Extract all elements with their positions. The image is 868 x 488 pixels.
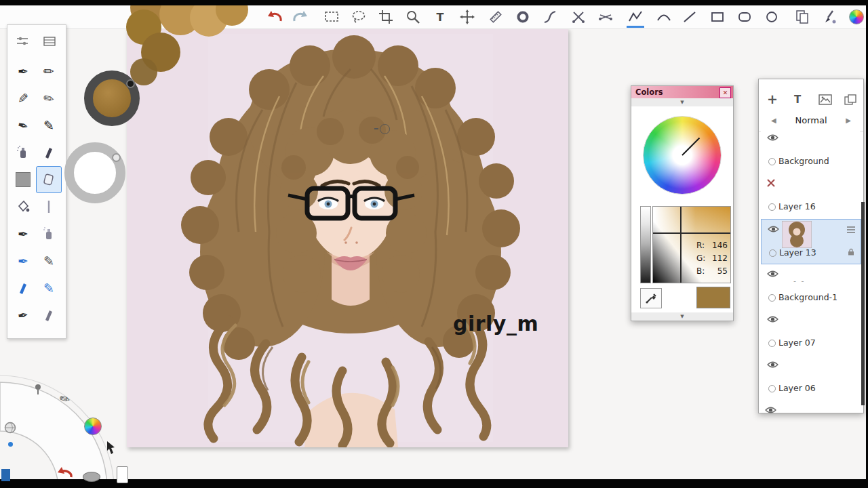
eye-icon[interactable] xyxy=(767,131,778,144)
brush-blue-soft[interactable]: ✎ xyxy=(36,274,62,302)
brush-bucket[interactable] xyxy=(10,193,36,220)
eyedropper-icon xyxy=(645,292,657,304)
pen-icon: ✒ xyxy=(16,117,30,134)
line-tool-icon[interactable] xyxy=(679,7,700,26)
eyedropper-button[interactable] xyxy=(640,288,662,308)
eye-icon[interactable] xyxy=(767,359,778,371)
zoom-icon[interactable] xyxy=(403,7,423,26)
rectangle-tool-icon[interactable] xyxy=(707,7,728,26)
layer-row[interactable]: - - Background-1 xyxy=(761,264,860,308)
sliders-icon[interactable] xyxy=(16,36,29,49)
colors-panel-titlebar[interactable]: Colors ✕ xyxy=(631,86,733,98)
color-ball-icon[interactable] xyxy=(846,7,867,26)
hue-wheel[interactable] xyxy=(643,116,722,195)
brush-icon: ✎ xyxy=(43,253,54,268)
undo-icon[interactable] xyxy=(264,7,285,26)
page-icon[interactable] xyxy=(117,466,128,483)
close-icon[interactable]: ✕ xyxy=(719,87,731,98)
bottom-undo-icon[interactable] xyxy=(56,466,73,483)
brush-chisel[interactable] xyxy=(36,139,62,166)
layer-row[interactable]: Layer 07 xyxy=(761,310,860,354)
artwork-portrait xyxy=(127,28,568,447)
brush-blue-pen[interactable]: ✒ xyxy=(10,247,36,274)
lasso-select-icon[interactable] xyxy=(349,7,369,26)
layer-row[interactable]: Layer 06 xyxy=(761,355,860,399)
list-view-icon[interactable] xyxy=(43,36,56,49)
copy-pages-icon[interactable] xyxy=(792,7,812,26)
polyline-tool-icon[interactable] xyxy=(625,7,646,26)
eye-icon[interactable] xyxy=(767,313,778,326)
brush-liner[interactable] xyxy=(36,193,62,220)
eye-icon[interactable] xyxy=(768,223,779,236)
french-curve-icon[interactable] xyxy=(540,7,560,26)
layer-row[interactable]: Layer 16 xyxy=(761,174,860,218)
brush-cursor-tick xyxy=(374,128,378,129)
layer-name: Layer 07 xyxy=(778,338,816,348)
layer-name: Layer 16 xyxy=(778,201,816,211)
brush-pen-4[interactable]: ✒ xyxy=(10,302,36,329)
brush-ink-pen[interactable]: ✒ xyxy=(10,112,36,139)
grayscale-bar[interactable] xyxy=(640,206,651,283)
brush-pen[interactable]: ✒ xyxy=(10,58,36,85)
cut-tool-alt-icon[interactable] xyxy=(595,7,616,26)
rounded-rect-tool-icon[interactable] xyxy=(734,7,755,26)
hidden-x-icon[interactable] xyxy=(767,177,775,190)
eye-icon[interactable] xyxy=(767,268,778,281)
scrollbar-thumb[interactable] xyxy=(861,202,865,405)
color-wheel-icon[interactable] xyxy=(84,418,102,435)
import-image-icon[interactable] xyxy=(818,94,832,108)
gray-swatch[interactable] xyxy=(10,166,36,193)
corner-lagoon[interactable] xyxy=(0,374,156,488)
redo-icon[interactable] xyxy=(290,7,311,26)
drawing-canvas[interactable]: girly_m xyxy=(127,28,568,447)
brush-airbrush-2[interactable] xyxy=(36,220,62,247)
blue-dot-indicator xyxy=(8,442,13,447)
brush-chisel-2[interactable] xyxy=(36,302,62,329)
layer-thumbnail xyxy=(782,221,812,248)
brush-eraser-selected[interactable] xyxy=(36,166,62,193)
eye-icon-partial[interactable] xyxy=(765,404,776,417)
pin-icon[interactable] xyxy=(33,384,43,398)
layer-stack-icon[interactable] xyxy=(844,94,856,108)
brush-puck[interactable] xyxy=(64,142,125,203)
text-tool-icon[interactable]: T xyxy=(430,7,450,26)
circle-tool-icon[interactable] xyxy=(762,7,782,26)
chevron-down-icon: ▼ xyxy=(680,314,684,319)
brush-soft[interactable]: ✎ xyxy=(36,247,62,274)
text-layer-icon[interactable]: T xyxy=(794,94,801,106)
layer-row[interactable]: Background xyxy=(761,128,860,172)
brush-pencil-2[interactable]: ✏ xyxy=(36,85,62,112)
color-puck[interactable] xyxy=(84,70,140,126)
crop-icon[interactable] xyxy=(376,7,396,26)
brush-paintbrush[interactable]: ✎ xyxy=(10,85,36,112)
taskbar-app-icon[interactable] xyxy=(1,469,10,481)
brush-pencil[interactable]: ✏ xyxy=(36,58,62,85)
ruler-icon[interactable] xyxy=(486,7,506,26)
collapse-strip-top[interactable]: ▼ xyxy=(631,98,733,106)
cursor-arrow-icon[interactable] xyxy=(106,441,117,458)
brush-pen-3[interactable]: ✒ xyxy=(10,220,36,247)
menu-icon[interactable] xyxy=(847,223,855,236)
lock-icon[interactable] xyxy=(848,245,854,258)
rgb-readout: R:146 G:112 B:55 xyxy=(696,241,728,279)
smudge-tool-icon[interactable] xyxy=(83,472,100,482)
curve-tool-icon[interactable] xyxy=(654,7,674,26)
rect-select-icon[interactable] xyxy=(321,7,342,26)
layer-row-selected[interactable]: Layer 13 xyxy=(761,219,861,264)
brush-blue-marker[interactable] xyxy=(10,274,36,302)
brush-flat[interactable]: ✎ xyxy=(36,112,62,139)
blend-next-icon[interactable]: ▶ xyxy=(846,117,851,124)
ink-brush-icon[interactable] xyxy=(819,7,840,26)
add-layer-icon[interactable]: + xyxy=(767,92,778,106)
globe-icon[interactable] xyxy=(4,422,16,436)
blend-mode-row: ◀ Normal ▶ xyxy=(759,113,863,129)
collapse-strip-bottom[interactable]: ▼ xyxy=(631,312,733,321)
ellipse-guide-icon[interactable] xyxy=(513,7,533,26)
layer-name: Background-1 xyxy=(778,292,837,302)
brush-airbrush[interactable] xyxy=(10,139,36,166)
color-ball xyxy=(849,9,864,24)
move-tool-icon[interactable] xyxy=(457,7,477,26)
cut-tool-icon[interactable] xyxy=(568,7,589,26)
layer-bullet xyxy=(768,385,776,392)
current-color-swatch[interactable] xyxy=(696,287,730,308)
